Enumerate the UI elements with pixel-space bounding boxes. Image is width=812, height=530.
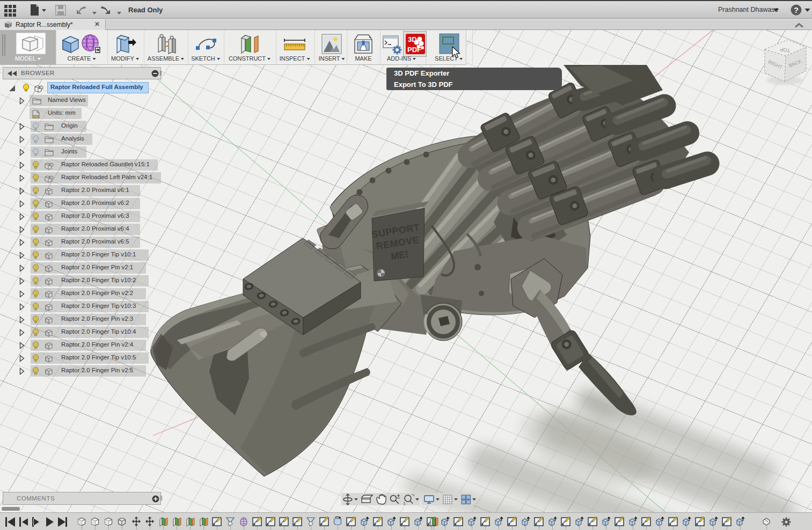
svg-text:?: ?: [794, 6, 799, 14]
